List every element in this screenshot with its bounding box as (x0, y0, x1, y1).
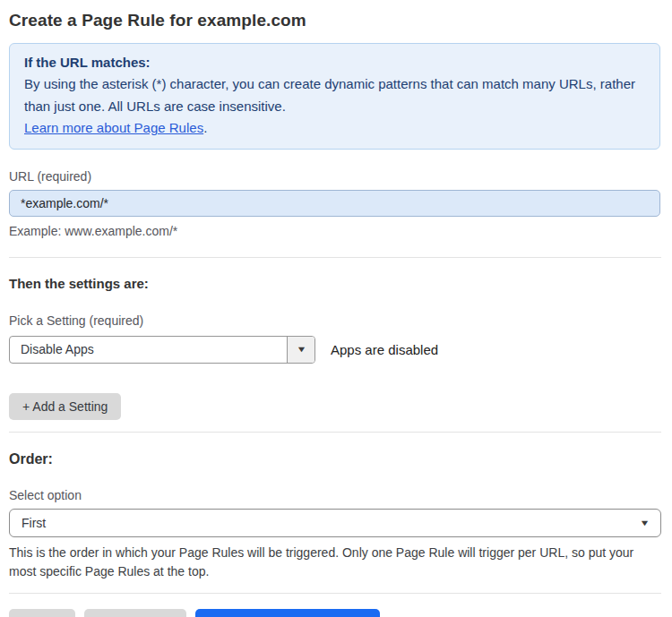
setting-dropdown[interactable]: Disable Apps ▼ (9, 336, 315, 364)
cancel-button[interactable]: Cancel (9, 609, 75, 617)
divider (9, 593, 661, 594)
learn-more-link[interactable]: Learn more about Page Rules (24, 120, 203, 135)
pick-setting-label: Pick a Setting (required) (9, 313, 661, 328)
setting-picker-row: Disable Apps ▼ Apps are disabled (9, 336, 661, 364)
order-select-label: Select option (9, 488, 661, 502)
link-period: . (203, 120, 207, 135)
url-example-helper: Example: www.example.com/* (9, 224, 661, 238)
url-matches-info-box: If the URL matches: By using the asteris… (9, 43, 660, 150)
info-box-link-line: Learn more about Page Rules. (24, 117, 645, 139)
actions-row: Cancel Save as Draft Save and Deploy Pag… (9, 609, 661, 617)
save-as-draft-button[interactable]: Save as Draft (84, 609, 187, 617)
caret-down-icon: ▼ (296, 346, 306, 354)
setting-dropdown-button[interactable]: ▼ (287, 337, 314, 363)
order-select[interactable]: First ▼ (9, 509, 661, 537)
setting-dropdown-value: Disable Apps (10, 337, 287, 363)
settings-section-heading: Then the settings are: (9, 276, 661, 291)
order-helper-text: This is the order in which your Page Rul… (9, 544, 654, 581)
save-and-deploy-button[interactable]: Save and Deploy Page Rule (195, 609, 380, 617)
url-input[interactable] (9, 190, 660, 217)
info-box-heading: If the URL matches: (24, 52, 645, 73)
info-box-body: By using the asterisk (*) character, you… (24, 73, 645, 117)
caret-down-icon: ▼ (640, 519, 650, 527)
divider (9, 257, 661, 258)
page-title: Create a Page Rule for example.com (9, 11, 661, 30)
url-section: URL (required) Example: www.example.com/… (9, 169, 661, 238)
add-setting-button[interactable]: + Add a Setting (9, 393, 121, 420)
url-label: URL (required) (9, 169, 661, 184)
setting-status-text: Apps are disabled (331, 342, 438, 357)
order-section-heading: Order: (9, 451, 661, 467)
divider (9, 432, 661, 433)
order-select-value: First (22, 516, 46, 530)
